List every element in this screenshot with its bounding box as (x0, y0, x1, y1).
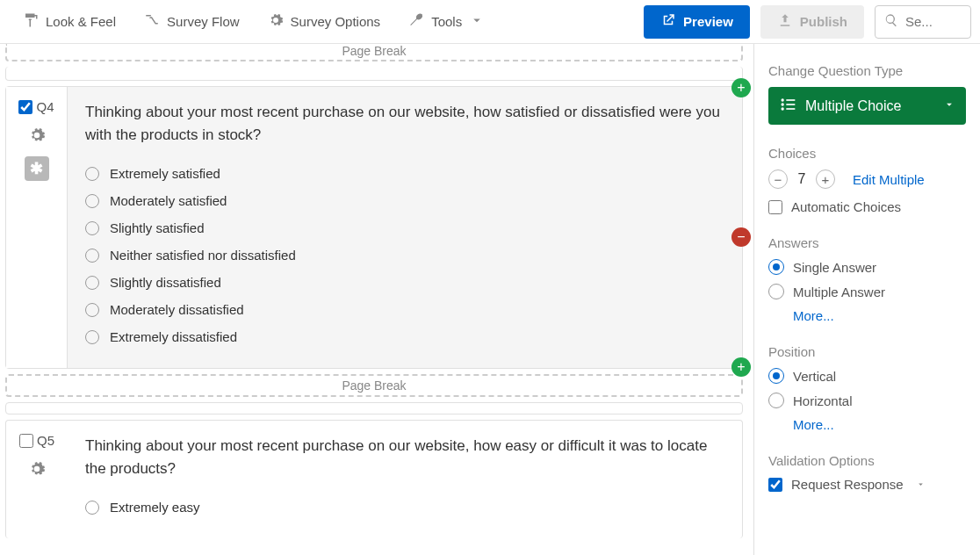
radio-icon (768, 393, 784, 408)
question-select-checkbox[interactable]: Q5 (19, 433, 54, 448)
search-box[interactable] (875, 5, 971, 39)
radio-icon (85, 221, 99, 235)
multiple-choice-icon (779, 96, 796, 116)
survey-options-button[interactable]: Survey Options (254, 0, 395, 43)
page-break[interactable]: Page Break (5, 374, 743, 397)
position-label: Position (768, 344, 966, 359)
choice-label[interactable]: Slightly satisfied (110, 220, 205, 235)
position-vertical-radio[interactable]: Vertical (768, 368, 966, 384)
chevron-down-icon (469, 12, 485, 31)
automatic-choices-label: Automatic Choices (791, 199, 901, 214)
radio-icon (768, 284, 784, 299)
single-answer-radio[interactable]: Single Answer (768, 259, 966, 275)
toolbar-label: Tools (431, 14, 462, 29)
request-response-label: Request Response (791, 477, 904, 492)
question-type-dropdown[interactable]: Multiple Choice (768, 87, 966, 125)
choice-row[interactable]: Neither satisfied nor dissatisfied (85, 241, 723, 269)
question-id-label: Q4 (36, 99, 54, 114)
choices-increment[interactable]: + (816, 169, 835, 189)
request-response-checkbox[interactable]: Request Response (768, 477, 966, 492)
look-and-feel-button[interactable]: Look & Feel (9, 0, 130, 43)
question-gutter: Q4 ✱ (6, 87, 68, 368)
block-spacer (5, 402, 743, 414)
choice-label[interactable]: Moderately satisfied (110, 193, 227, 208)
question-text[interactable]: Thinking about your most recent purchase… (85, 101, 723, 146)
chevron-down-icon (916, 477, 926, 492)
choices-label: Choices (768, 146, 966, 161)
toolbar-label: Survey Options (291, 14, 381, 29)
radio-label: Horizontal (793, 393, 853, 408)
choice-label[interactable]: Neither satisfied nor dissatisfied (110, 248, 296, 263)
toolbar-label: Look & Feel (46, 14, 116, 29)
button-label: Preview (683, 14, 733, 29)
change-type-label: Change Question Type (768, 63, 966, 78)
choice-row[interactable]: Slightly dissatisfied (85, 269, 723, 296)
svg-rect-3 (786, 104, 795, 105)
svg-point-2 (782, 103, 784, 105)
choice-label[interactable]: Extremely satisfied (110, 166, 220, 181)
search-icon (884, 13, 898, 30)
radio-icon (85, 330, 99, 344)
validation-label: Validation Options (768, 453, 966, 468)
radio-icon (85, 249, 99, 263)
required-badge[interactable]: ✱ (25, 156, 49, 181)
add-question-above-button[interactable]: + (731, 78, 751, 97)
question-block-q4[interactable]: + − + Q4 ✱ Thinking about your most rece… (5, 86, 743, 369)
page-break-label: Page Break (342, 378, 406, 393)
multiple-answer-radio[interactable]: Multiple Answer (768, 284, 966, 299)
position-more-link[interactable]: More... (793, 417, 966, 432)
button-label: Publish (800, 14, 847, 29)
publish-button[interactable]: Publish (760, 5, 864, 39)
add-question-below-button[interactable]: + (731, 357, 751, 377)
radio-label: Vertical (793, 369, 836, 384)
question-block-q5[interactable]: Q5 Thinking about your most recent purch… (5, 420, 743, 538)
preview-button[interactable]: Preview (644, 5, 750, 39)
edit-multiple-link[interactable]: Edit Multiple (853, 172, 925, 187)
paint-roller-icon (23, 12, 39, 31)
choice-row[interactable]: Moderately satisfied (85, 187, 723, 214)
svg-rect-5 (786, 108, 795, 110)
question-body: Thinking about your most recent purchase… (68, 421, 742, 538)
choice-label[interactable]: Extremely easy (110, 500, 200, 515)
question-options-gear[interactable] (26, 458, 47, 479)
choice-label[interactable]: Extremely dissatisfied (110, 329, 237, 344)
position-horizontal-radio[interactable]: Horizontal (768, 393, 966, 408)
svg-point-0 (782, 98, 784, 101)
question-gutter: Q5 (6, 421, 68, 538)
choice-row[interactable]: Moderately dissatisfied (85, 296, 723, 323)
flow-icon (144, 12, 160, 31)
choice-row[interactable]: Extremely dissatisfied (85, 323, 723, 350)
page-break[interactable]: Page Break (5, 44, 743, 61)
wrench-icon (408, 12, 424, 31)
question-text[interactable]: Thinking about your most recent purchase… (85, 435, 723, 479)
svg-point-4 (782, 107, 784, 110)
choice-row[interactable]: Slightly satisfied (85, 214, 723, 241)
search-input[interactable] (905, 14, 958, 29)
tools-dropdown[interactable]: Tools (394, 0, 499, 43)
radio-label: Single Answer (793, 260, 876, 275)
choice-label[interactable]: Slightly dissatisfied (110, 275, 221, 290)
main-area: Page Break + − + Q4 ✱ Thinking about you… (0, 44, 980, 555)
question-select-checkbox[interactable]: Q4 (18, 99, 54, 114)
toolbar-label: Survey Flow (167, 14, 240, 29)
upload-icon (777, 12, 793, 31)
radio-icon (85, 501, 99, 515)
choice-label[interactable]: Moderately dissatisfied (110, 302, 244, 317)
automatic-choices-checkbox[interactable]: Automatic Choices (768, 199, 966, 214)
svg-rect-1 (786, 99, 795, 101)
choice-row[interactable]: Extremely easy (85, 494, 723, 521)
question-options-gear[interactable] (26, 125, 47, 146)
answers-more-link[interactable]: More... (793, 308, 966, 323)
answers-label: Answers (768, 235, 966, 250)
radio-icon (768, 368, 784, 384)
choices-decrement[interactable]: − (768, 169, 788, 189)
radio-icon (85, 194, 99, 208)
top-toolbar: Look & Feel Survey Flow Survey Options T… (0, 0, 980, 44)
choice-row[interactable]: Extremely satisfied (85, 160, 723, 187)
survey-flow-button[interactable]: Survey Flow (130, 0, 254, 43)
radio-icon (768, 259, 784, 275)
delete-question-button[interactable]: − (731, 227, 751, 247)
choices-count: 7 (796, 171, 807, 187)
question-id-label: Q5 (37, 433, 54, 448)
gear-icon (268, 12, 284, 31)
